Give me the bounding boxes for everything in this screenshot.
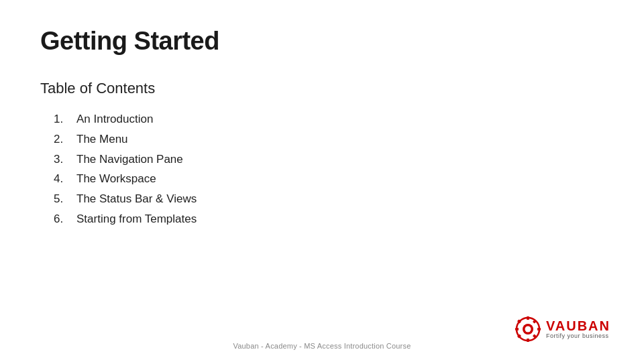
svg-rect-2 — [527, 339, 529, 342]
toc-item: 4.The Workspace — [54, 169, 604, 189]
toc-item: 5.The Status Bar & Views — [54, 189, 604, 209]
toc-item-number: 3. — [54, 149, 70, 170]
svg-point-10 — [525, 326, 531, 333]
slide: Getting Started Table of Contents 1.An I… — [0, 0, 644, 362]
svg-rect-3 — [515, 328, 519, 330]
logo-text: VAUBAN Fortify your business — [546, 319, 610, 339]
footer-text: Vauban - Academy - MS Access Introductio… — [0, 342, 644, 350]
slide-title: Getting Started — [40, 27, 604, 56]
svg-rect-1 — [527, 316, 529, 320]
toc-item-number: 4. — [54, 169, 70, 189]
svg-rect-4 — [537, 328, 541, 330]
toc-item-text: The Menu — [76, 129, 128, 149]
toc-item: 6.Starting from Templates — [54, 209, 604, 229]
vauban-logo-icon — [515, 316, 541, 342]
toc-label: Table of Contents — [40, 80, 604, 97]
logo-brand: VAUBAN — [546, 319, 610, 333]
toc-item: 3.The Navigation Pane — [54, 149, 604, 170]
toc-item-number: 6. — [54, 209, 70, 229]
logo-area: VAUBAN Fortify your business — [515, 316, 610, 342]
toc-item-text: An Introduction — [76, 109, 153, 129]
toc-item: 1.An Introduction — [54, 109, 604, 129]
toc-item-number: 1. — [54, 109, 70, 129]
toc-item-number: 5. — [54, 189, 70, 209]
toc-item-text: The Workspace — [76, 169, 156, 189]
toc-item-text: The Navigation Pane — [76, 149, 183, 170]
toc-item-number: 2. — [54, 129, 70, 149]
toc-item-text: Starting from Templates — [76, 209, 197, 229]
logo-tagline: Fortify your business — [546, 333, 609, 339]
toc-item: 2.The Menu — [54, 129, 604, 149]
toc-list: 1.An Introduction2.The Menu3.The Navigat… — [54, 109, 604, 229]
toc-item-text: The Status Bar & Views — [76, 189, 197, 209]
